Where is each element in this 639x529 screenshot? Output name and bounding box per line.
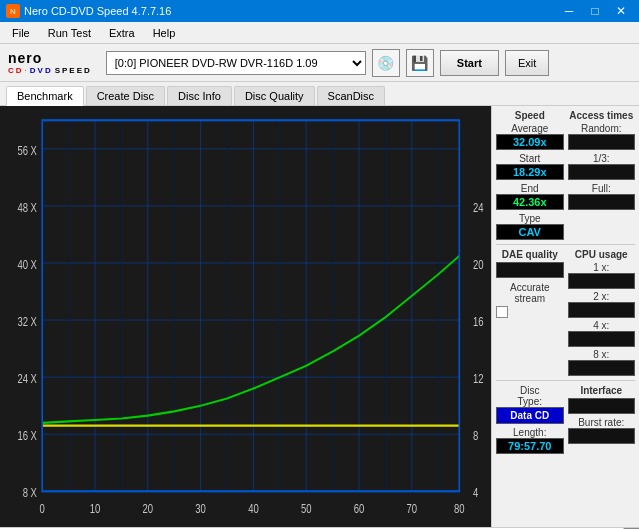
svg-text:0: 0 xyxy=(40,501,45,515)
cpu-4x-label: 4 x: xyxy=(568,320,636,331)
cpu-section: CPU usage 1 x: 2 x: 4 x: 8 x: xyxy=(568,249,636,376)
stream-label: stream xyxy=(496,293,564,304)
full-value xyxy=(568,194,636,210)
tab-scan-disc[interactable]: ScanDisc xyxy=(317,86,385,105)
svg-text:16: 16 xyxy=(473,314,484,328)
window-title: Nero CD-DVD Speed 4.7.7.16 xyxy=(24,5,171,17)
disc-type-value: Data CD xyxy=(496,407,564,424)
nero-logo: nero CD·DVD SPEED xyxy=(8,50,92,75)
dae-value xyxy=(496,262,564,278)
svg-text:40 X: 40 X xyxy=(17,257,37,271)
burst-value xyxy=(568,428,636,444)
full-label: Full: xyxy=(568,183,636,194)
disc-type-label: Type: xyxy=(496,396,564,407)
interface-label: Interface xyxy=(568,385,636,396)
title-bar-left: N Nero CD-DVD Speed 4.7.7.16 xyxy=(6,4,171,18)
stats-panel: Speed Average 32.09x Start 18.29x End 42… xyxy=(491,106,639,527)
menu-file[interactable]: File xyxy=(4,25,38,41)
cpu-header: CPU usage xyxy=(568,249,636,260)
interface-value xyxy=(568,398,636,414)
type-value: CAV xyxy=(496,224,564,240)
save-button[interactable]: 💾 xyxy=(406,49,434,77)
svg-text:32 X: 32 X xyxy=(17,314,37,328)
cpu-1x-value xyxy=(568,273,636,289)
svg-text:8: 8 xyxy=(473,429,478,443)
cpu-1x-label: 1 x: xyxy=(568,262,636,273)
svg-text:12: 12 xyxy=(473,371,484,385)
end-value: 42.36x xyxy=(496,194,564,210)
svg-text:20: 20 xyxy=(473,257,484,271)
disc-interface-row: Disc Type: Data CD Length: 79:57.70 Inte… xyxy=(496,385,635,454)
disc-section: Disc Type: Data CD Length: 79:57.70 xyxy=(496,385,564,454)
chart-area: 8 X 16 X 24 X 32 X 40 X 48 X 56 X 0 10 2… xyxy=(0,106,491,527)
disc-type-header: Disc xyxy=(496,385,564,396)
svg-text:16 X: 16 X xyxy=(17,429,37,443)
disc-info-button[interactable]: 💿 xyxy=(372,49,400,77)
svg-text:70: 70 xyxy=(407,501,418,515)
burst-label: Burst rate: xyxy=(568,417,636,428)
close-button[interactable]: ✕ xyxy=(609,2,633,20)
tab-disc-quality[interactable]: Disc Quality xyxy=(234,86,315,105)
svg-text:24: 24 xyxy=(473,200,484,214)
svg-text:10: 10 xyxy=(90,501,101,515)
drive-select[interactable]: [0:0] PIONEER DVD-RW DVR-116D 1.09 xyxy=(106,51,366,75)
svg-text:20: 20 xyxy=(143,501,154,515)
accurate-label: Accurate xyxy=(496,282,564,293)
cpu-2x-label: 2 x: xyxy=(568,291,636,302)
tabs-bar: Benchmark Create Disc Disc Info Disc Qua… xyxy=(0,82,639,106)
svg-text:80: 80 xyxy=(454,501,465,515)
menu-bar: File Run Test Extra Help xyxy=(0,22,639,44)
tab-disc-info[interactable]: Disc Info xyxy=(167,86,232,105)
svg-text:56 X: 56 X xyxy=(17,143,37,157)
start-value: 18.29x xyxy=(496,164,564,180)
start-button[interactable]: Start xyxy=(440,50,499,76)
end-label: End xyxy=(496,183,564,194)
svg-text:4: 4 xyxy=(473,486,478,500)
random-label: Random: xyxy=(568,123,636,134)
interface-section: Interface Burst rate: xyxy=(568,385,636,454)
exit-button[interactable]: Exit xyxy=(505,50,549,76)
accurate-checkbox-row xyxy=(496,306,564,318)
tab-benchmark[interactable]: Benchmark xyxy=(6,86,84,106)
cpu-4x-value xyxy=(568,331,636,347)
length-label: Length: xyxy=(496,427,564,438)
speed-header: Speed xyxy=(496,110,564,121)
cpu-8x-value xyxy=(568,360,636,376)
menu-run-test[interactable]: Run Test xyxy=(40,25,99,41)
menu-help[interactable]: Help xyxy=(145,25,184,41)
svg-text:8 X: 8 X xyxy=(23,486,38,500)
menu-extra[interactable]: Extra xyxy=(101,25,143,41)
app-icon: N xyxy=(6,4,20,18)
svg-text:50: 50 xyxy=(301,501,312,515)
start-label: Start xyxy=(496,153,564,164)
svg-text:30: 30 xyxy=(195,501,206,515)
dae-header: DAE quality xyxy=(496,249,564,260)
svg-text:24 X: 24 X xyxy=(17,371,37,385)
dae-section: DAE quality Accurate stream xyxy=(496,249,564,376)
access-times-section: Access times Random: 1/3: Full: xyxy=(568,110,636,240)
one-third-label: 1/3: xyxy=(568,153,636,164)
random-value xyxy=(568,134,636,150)
nero-logo-text: nero xyxy=(8,50,92,66)
minimize-button[interactable]: ─ xyxy=(557,2,581,20)
one-third-value xyxy=(568,164,636,180)
svg-text:40: 40 xyxy=(248,501,259,515)
cpu-2x-value xyxy=(568,302,636,318)
accurate-checkbox[interactable] xyxy=(496,306,508,318)
access-times-header: Access times xyxy=(568,110,636,121)
svg-text:60: 60 xyxy=(354,501,365,515)
svg-rect-0 xyxy=(0,106,491,527)
maximize-button[interactable]: □ xyxy=(583,2,607,20)
chart-container: 8 X 16 X 24 X 32 X 40 X 48 X 56 X 0 10 2… xyxy=(0,106,491,527)
speed-access-row: Speed Average 32.09x Start 18.29x End 42… xyxy=(496,110,635,240)
cpu-8x-label: 8 x: xyxy=(568,349,636,360)
average-label: Average xyxy=(496,123,564,134)
title-bar: N Nero CD-DVD Speed 4.7.7.16 ─ □ ✕ xyxy=(0,0,639,22)
divider1 xyxy=(496,244,635,245)
nero-logo-subtitle: CD·DVD SPEED xyxy=(8,66,92,75)
type-label: Type xyxy=(496,213,564,224)
dae-cpu-row: DAE quality Accurate stream CPU usage 1 … xyxy=(496,249,635,376)
main-content: 8 X 16 X 24 X 32 X 40 X 48 X 56 X 0 10 2… xyxy=(0,106,639,527)
speed-section: Speed Average 32.09x Start 18.29x End 42… xyxy=(496,110,564,240)
tab-create-disc[interactable]: Create Disc xyxy=(86,86,165,105)
